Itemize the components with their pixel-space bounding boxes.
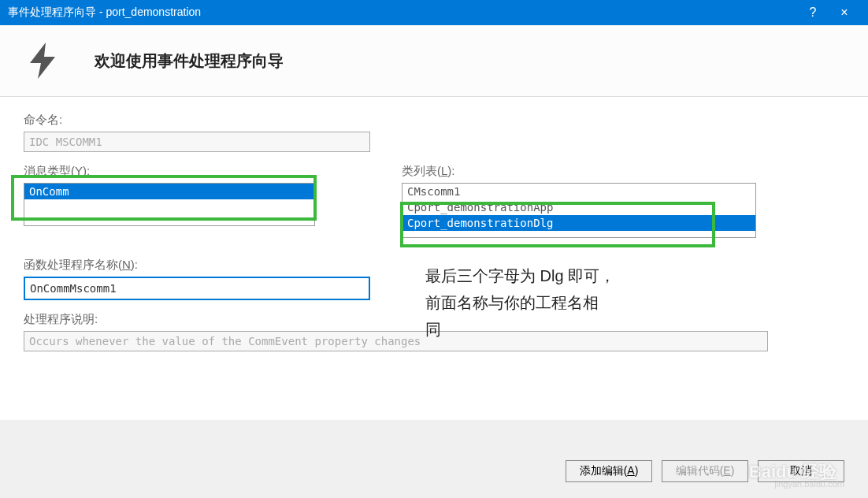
annotation-text: 最后三个字母为 Dlg 即可， 前面名称与你的工程名相 同	[425, 262, 615, 343]
list-item[interactable]: OnComm	[24, 184, 314, 199]
class-list-label: 类列表(L):	[402, 164, 844, 179]
class-list-listbox[interactable]: CMscomm1 Cport_demonstrationApp Cport_de…	[402, 183, 756, 238]
help-button[interactable]: ?	[797, 6, 829, 20]
list-item[interactable]: CMscomm1	[402, 184, 755, 199]
handler-desc-input	[24, 331, 768, 351]
close-button[interactable]: ×	[829, 6, 860, 20]
message-type-listbox[interactable]: OnComm	[24, 183, 315, 226]
edit-code-button[interactable]: 编辑代码(E)	[662, 460, 748, 482]
footer-buttons: 添加编辑(A) 编辑代码(E) 取消	[566, 460, 844, 482]
command-name-input	[24, 132, 370, 152]
wizard-header: 欢迎使用事件处理程序向导	[0, 25, 868, 97]
list-item[interactable]: Cport_demonstrationDlg	[402, 215, 755, 231]
titlebar: 事件处理程序向导 - port_demonstration ? ×	[0, 0, 868, 25]
handler-name-input[interactable]	[24, 277, 370, 300]
cancel-button[interactable]: 取消	[758, 460, 844, 482]
message-type-label: 消息类型(Y):	[24, 164, 370, 179]
command-name-label: 命令名:	[24, 113, 844, 128]
list-item[interactable]: Cport_demonstrationApp	[402, 199, 755, 215]
lightning-icon	[24, 41, 63, 80]
add-edit-button[interactable]: 添加编辑(A)	[566, 460, 652, 482]
wizard-content: 命令名: 消息类型(Y): OnComm 类列表(L): CMscomm1 Cp…	[0, 97, 868, 420]
window-title: 事件处理程序向导 - port_demonstration	[8, 6, 797, 20]
wizard-title: 欢迎使用事件处理程序向导	[95, 50, 284, 72]
svg-marker-0	[30, 43, 55, 79]
